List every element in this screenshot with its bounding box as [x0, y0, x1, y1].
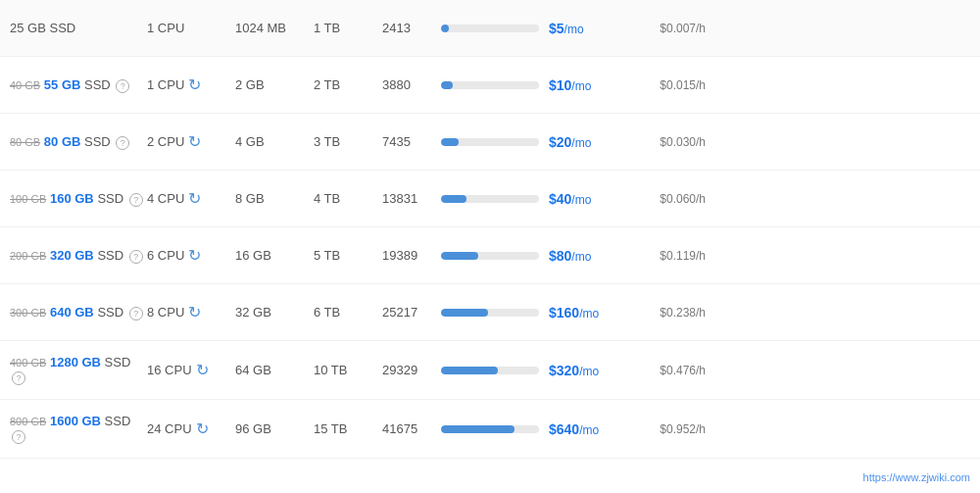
price-monthly-unit: /mo: [579, 365, 599, 378]
col-cpu: 2 CPU ↻: [147, 132, 235, 151]
storage-old: 300 GB: [10, 307, 46, 319]
table-row[interactable]: 25 GB SSD 1 CPU 1024 MB 1 TB 2413 $5/mo …: [0, 0, 980, 57]
help-icon[interactable]: ?: [12, 371, 25, 385]
price-monthly-unit: /mo: [564, 23, 584, 36]
col-storage: 200 GB 320 GB SSD ?: [10, 248, 147, 264]
price-monthly[interactable]: $160: [549, 305, 579, 320]
col-price-hourly: $0.238/h: [627, 305, 706, 320]
table-row[interactable]: 100 GB 160 GB SSD ? 4 CPU ↻ 8 GB 4 TB 13…: [0, 171, 980, 227]
network-icon: ↻: [188, 246, 201, 265]
price-monthly-unit: /mo: [571, 79, 591, 93]
col-bar: [441, 367, 549, 374]
storage-suffix: SSD: [105, 414, 131, 428]
price-monthly[interactable]: $40: [549, 191, 571, 207]
price-monthly[interactable]: $5: [549, 21, 564, 36]
price-monthly-unit: /mo: [571, 193, 591, 207]
col-price-monthly[interactable]: $640/mo: [549, 421, 627, 437]
storage-new: 640 GB: [50, 305, 94, 320]
storage-old: 100 GB: [10, 193, 46, 205]
col-bar: [441, 138, 549, 146]
speed-bar: [441, 425, 539, 433]
col-transfer: 5 TB: [314, 248, 382, 263]
table-row[interactable]: 800 GB 1600 GB SSD ? 24 CPU ↻ 96 GB 15 T…: [0, 400, 980, 459]
col-ram: 8 GB: [235, 191, 314, 206]
storage-plain: 25 GB SSD: [10, 21, 75, 35]
table-row[interactable]: 300 GB 640 GB SSD ? 8 CPU ↻ 32 GB 6 TB 2…: [0, 284, 980, 341]
cpu-text: 8 CPU: [147, 305, 184, 320]
price-monthly[interactable]: $640: [549, 421, 579, 437]
speed-bar: [441, 195, 539, 203]
col-price-monthly[interactable]: $5/mo: [549, 21, 627, 36]
price-monthly[interactable]: $80: [549, 248, 571, 264]
col-price-monthly[interactable]: $20/mo: [549, 134, 627, 150]
speed-bar-fill: [441, 252, 478, 260]
network-icon: ↻: [196, 419, 209, 438]
col-price-monthly[interactable]: $10/mo: [549, 77, 627, 93]
col-ram: 4 GB: [235, 134, 314, 149]
storage-suffix: SSD: [105, 355, 131, 370]
col-storage: 800 GB 1600 GB SSD ?: [10, 414, 147, 444]
col-storage: 100 GB 160 GB SSD ?: [10, 191, 147, 207]
col-price-monthly[interactable]: $160/mo: [549, 305, 627, 320]
col-price-hourly: $0.476/h: [627, 363, 706, 377]
speed-bar: [441, 138, 539, 146]
col-speed: 7435: [382, 134, 441, 149]
col-price-monthly[interactable]: $80/mo: [549, 248, 627, 264]
price-monthly-unit: /mo: [579, 307, 599, 320]
col-price-monthly[interactable]: $40/mo: [549, 191, 627, 207]
price-monthly[interactable]: $20: [549, 134, 571, 150]
col-transfer: 1 TB: [314, 21, 382, 35]
cpu-text: 1 CPU: [147, 21, 184, 35]
speed-bar-fill: [441, 367, 498, 374]
help-icon[interactable]: ?: [129, 307, 143, 320]
col-speed: 3880: [382, 77, 441, 92]
col-price-hourly: $0.060/h: [627, 191, 706, 206]
cpu-text: 6 CPU: [147, 248, 184, 263]
col-bar: [441, 25, 549, 32]
speed-bar: [441, 81, 539, 89]
col-storage: 300 GB 640 GB SSD ?: [10, 305, 147, 320]
storage-new: 320 GB: [50, 248, 94, 263]
col-cpu: 1 CPU: [147, 21, 235, 35]
col-cpu: 16 CPU ↻: [147, 361, 235, 379]
col-cpu: 24 CPU ↻: [147, 419, 235, 438]
col-bar: [441, 252, 549, 260]
col-cpu: 4 CPU ↻: [147, 189, 235, 208]
col-ram: 1024 MB: [235, 21, 314, 35]
col-ram: 16 GB: [235, 248, 314, 263]
table-row[interactable]: 200 GB 320 GB SSD ? 6 CPU ↻ 16 GB 5 TB 1…: [0, 227, 980, 284]
table-row[interactable]: 40 GB 55 GB SSD ? 1 CPU ↻ 2 GB 2 TB 3880…: [0, 57, 980, 114]
col-transfer: 6 TB: [314, 305, 382, 320]
help-icon[interactable]: ?: [116, 79, 129, 93]
speed-bar: [441, 309, 539, 317]
col-transfer: 3 TB: [314, 134, 382, 149]
pricing-table: 25 GB SSD 1 CPU 1024 MB 1 TB 2413 $5/mo …: [0, 0, 980, 459]
col-ram: 32 GB: [235, 305, 314, 320]
col-price-hourly: $0.015/h: [627, 77, 706, 92]
col-price-monthly[interactable]: $320/mo: [549, 363, 627, 378]
col-speed: 13831: [382, 191, 441, 206]
col-transfer: 2 TB: [314, 77, 382, 92]
price-monthly[interactable]: $10: [549, 77, 571, 93]
col-price-hourly: $0.952/h: [627, 421, 706, 436]
col-transfer: 4 TB: [314, 191, 382, 206]
network-icon: ↻: [188, 189, 201, 208]
help-icon[interactable]: ?: [12, 430, 25, 444]
help-icon[interactable]: ?: [129, 250, 143, 264]
price-monthly-unit: /mo: [571, 250, 591, 264]
col-storage: 400 GB 1280 GB SSD ?: [10, 355, 147, 385]
help-icon[interactable]: ?: [129, 193, 143, 207]
network-icon: ↻: [188, 303, 201, 321]
col-transfer: 10 TB: [314, 363, 382, 377]
storage-old: 400 GB: [10, 357, 46, 369]
col-speed: 41675: [382, 421, 441, 436]
help-icon[interactable]: ?: [116, 136, 129, 150]
speed-bar-fill: [441, 81, 453, 89]
table-row[interactable]: 400 GB 1280 GB SSD ? 16 CPU ↻ 64 GB 10 T…: [0, 341, 980, 400]
col-bar: [441, 81, 549, 89]
table-row[interactable]: 80 GB 80 GB SSD ? 2 CPU ↻ 4 GB 3 TB 7435…: [0, 114, 980, 171]
speed-bar-fill: [441, 425, 514, 433]
col-speed: 29329: [382, 363, 441, 377]
price-monthly[interactable]: $320: [549, 363, 579, 378]
col-ram: 64 GB: [235, 363, 314, 377]
